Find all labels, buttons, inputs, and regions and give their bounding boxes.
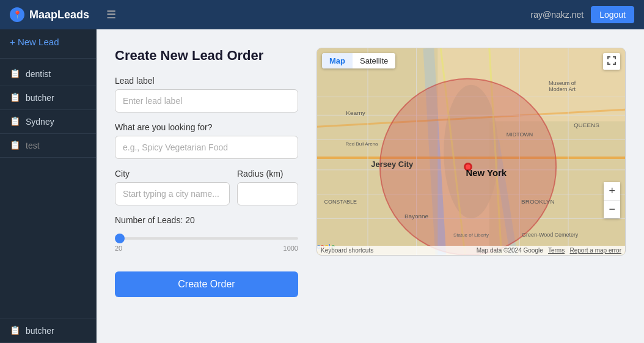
slider-range: 20 1000: [115, 245, 298, 252]
lead-label-input[interactable]: [115, 89, 298, 112]
form-panel: Create New Lead Order Lead label What ar…: [115, 48, 298, 297]
sidebar-scroll: 📋 dentist 📋 butcher 📋 Sydney 📋 test: [0, 62, 96, 343]
sidebar-item-label: dentist: [26, 69, 51, 79]
svg-text:Bayonne: Bayonne: [404, 213, 429, 219]
map-data-attribution: Map data ©2024 Google Terms Report a map…: [477, 247, 621, 254]
radius-label: Radius (km): [237, 169, 298, 179]
brand-logo: 📍 MaapLeads: [10, 7, 89, 22]
sidebar-item-dentist[interactable]: 📋 dentist: [0, 62, 96, 86]
logo-icon: 📍: [10, 7, 24, 22]
sidebar-item-butcher-bottom[interactable]: 📋 butcher: [0, 319, 96, 343]
main-layout: + New Lead 📋 dentist 📋 butcher 📋 Sydney …: [0, 29, 644, 343]
svg-text:QUEENS: QUEENS: [574, 122, 599, 128]
leads-slider[interactable]: [115, 237, 298, 240]
city-label: City: [115, 169, 230, 179]
logout-button[interactable]: Logout: [591, 6, 634, 23]
brand-name: MaapLeads: [29, 9, 89, 21]
header-right: ray@nakz.net Logout: [531, 6, 634, 23]
svg-text:Museum of: Museum of: [549, 80, 576, 86]
map-attribution: Keyboard shortcuts Map data ©2024 Google…: [317, 246, 625, 255]
fullscreen-icon: [607, 56, 617, 65]
svg-text:BROOKLYN: BROOKLYN: [521, 198, 555, 205]
sidebar-top: + New Lead: [0, 29, 96, 54]
zoom-out-button[interactable]: −: [604, 201, 620, 218]
radius-group: Radius (km) 10: [237, 169, 298, 205]
test-icon: 📋: [10, 140, 21, 151]
what-looking-input[interactable]: [115, 136, 298, 159]
sidebar-item-sydney[interactable]: 📋 Sydney: [0, 110, 96, 134]
svg-text:Modern Art: Modern Art: [549, 86, 576, 92]
slider-container: 20 1000: [115, 231, 298, 252]
svg-text:Jersey City: Jersey City: [371, 160, 414, 169]
leads-count-group: Number of Leads: 20 20 1000: [115, 215, 298, 252]
new-lead-button[interactable]: + New Lead: [10, 37, 86, 47]
radius-input[interactable]: 10: [237, 182, 298, 205]
form-title: Create New Lead Order: [115, 48, 298, 64]
what-looking-label: What are you looking for?: [115, 122, 298, 132]
user-email: ray@nakz.net: [531, 10, 584, 20]
city-input[interactable]: [115, 182, 230, 205]
main-content: Create New Lead Order Lead label What ar…: [97, 29, 644, 343]
sidebar-item-label: butcher: [26, 326, 54, 336]
dentist-icon: 📋: [10, 68, 21, 79]
map-svg: Jersey City New York Kearny Museum of Mo…: [317, 48, 625, 255]
sidebar-item-label: Sydney: [26, 117, 54, 127]
svg-text:Statue of Liberty: Statue of Liberty: [453, 232, 489, 238]
sidebar-item-label: test: [26, 141, 40, 150]
svg-text:CONSTABLE: CONSTABLE: [324, 199, 357, 205]
fullscreen-button[interactable]: [603, 53, 620, 70]
svg-text:Red Bull Arena: Red Bull Arena: [346, 141, 379, 147]
app-header: 📍 MaapLeads ☰ ray@nakz.net Logout: [0, 0, 644, 29]
lead-label-group: Lead label: [115, 76, 298, 112]
sidebar-item-test[interactable]: 📋 test: [0, 134, 96, 158]
svg-text:MIDTOWN: MIDTOWN: [507, 131, 533, 138]
svg-text:Kearny: Kearny: [346, 109, 365, 116]
butcher-bottom-icon: 📋: [10, 325, 21, 336]
sidebar: + New Lead 📋 dentist 📋 butcher 📋 Sydney …: [0, 29, 97, 343]
lead-label-label: Lead label: [115, 76, 298, 86]
svg-text:New York: New York: [466, 168, 507, 178]
map-zoom-controls: + −: [604, 182, 620, 218]
create-order-button[interactable]: Create Order: [115, 271, 298, 297]
city-group: City: [115, 169, 230, 205]
slider-min: 20: [115, 245, 122, 252]
menu-button[interactable]: ☰: [99, 5, 123, 24]
sidebar-item-butcher1[interactable]: 📋 butcher: [0, 86, 96, 110]
sydney-icon: 📋: [10, 116, 21, 127]
svg-text:Green-Wood Cemetery: Green-Wood Cemetery: [522, 232, 579, 238]
map-background: Jersey City New York Kearny Museum of Mo…: [317, 48, 625, 255]
map-tab-satellite[interactable]: Satellite: [353, 53, 395, 68]
city-radius-row: City Radius (km) 10: [115, 169, 298, 215]
keyboard-shortcuts[interactable]: Keyboard shortcuts: [321, 247, 373, 254]
map-tab-map[interactable]: Map: [322, 53, 353, 68]
what-looking-group: What are you looking for?: [115, 122, 298, 159]
leads-count-label: Number of Leads: 20: [115, 215, 298, 225]
map-tabs: Map Satellite: [322, 53, 395, 68]
sidebar-item-label: butcher: [26, 93, 54, 103]
slider-max: 1000: [284, 245, 298, 252]
sidebar-bottom: 📋 butcher: [0, 319, 96, 343]
butcher1-icon: 📋: [10, 92, 21, 103]
map-panel: Jersey City New York Kearny Museum of Mo…: [317, 48, 626, 256]
zoom-in-button[interactable]: +: [604, 182, 620, 201]
